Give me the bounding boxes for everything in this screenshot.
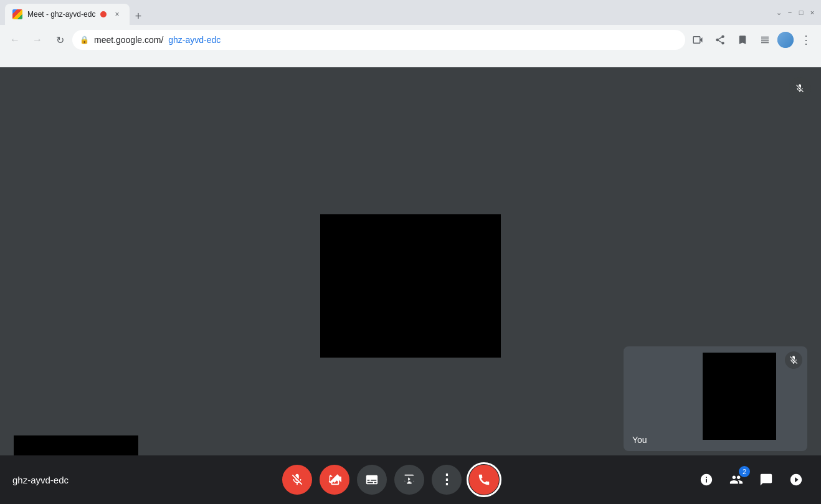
- close-button[interactable]: ×: [807, 7, 817, 17]
- top-mute-indicator: [789, 77, 811, 100]
- activities-button[interactable]: [784, 467, 809, 492]
- address-bar-row: ← → ↻ 🔒 meet.google.com/ghz-ayvd-edc ⋮: [0, 25, 821, 55]
- forward-button[interactable]: →: [27, 30, 47, 50]
- url-base: meet.google.com/: [94, 35, 163, 45]
- self-video-feed: [703, 353, 776, 440]
- participant-name-label: [14, 435, 138, 455]
- end-call-button[interactable]: [469, 465, 499, 495]
- meeting-code: ghz-ayvd-edc: [12, 475, 87, 485]
- self-preview-tile: You: [624, 346, 807, 451]
- maximize-button[interactable]: □: [796, 7, 806, 17]
- refresh-button[interactable]: ↻: [50, 30, 70, 50]
- toolbar-right: ⋮: [688, 30, 816, 50]
- chevron-button[interactable]: ⌄: [774, 7, 784, 17]
- camera-toolbar-button[interactable]: [688, 30, 708, 50]
- tabs-area: Meet - ghz-ayvd-edc × +: [5, 0, 816, 25]
- more-options-button[interactable]: ⋮: [432, 465, 462, 495]
- meet-area: You ghz-ayvd-edc: [0, 67, 821, 504]
- title-bar: ⌄ − □ × Meet - ghz-ayvd-edc × +: [0, 0, 821, 25]
- camera-button[interactable]: [320, 465, 349, 495]
- controls-center: ⋮: [87, 465, 694, 495]
- controls-right: 2: [694, 467, 809, 492]
- mute-button[interactable]: [282, 465, 312, 495]
- share-button[interactable]: [710, 30, 730, 50]
- browser-menu-button[interactable]: ⋮: [796, 30, 816, 50]
- minimize-button[interactable]: −: [785, 7, 795, 17]
- info-button[interactable]: [694, 467, 719, 492]
- bookmark-button[interactable]: [733, 30, 752, 50]
- address-bar[interactable]: 🔒 meet.google.com/ghz-ayvd-edc: [72, 30, 685, 50]
- people-count-badge: 2: [739, 466, 750, 477]
- present-button[interactable]: [394, 465, 424, 495]
- url-path: ghz-ayvd-edc: [168, 35, 221, 45]
- tab-title: Meet - ghz-ayvd-edc: [27, 10, 95, 19]
- back-button[interactable]: ←: [5, 30, 25, 50]
- end-call-wrapper: [469, 465, 499, 495]
- lock-icon: 🔒: [80, 36, 89, 44]
- tab-close-button[interactable]: ×: [112, 9, 122, 19]
- tab-favicon: [12, 9, 22, 19]
- main-video-feed: [320, 214, 501, 358]
- bottom-bar: ghz-ayvd-edc: [0, 455, 821, 504]
- profile-avatar[interactable]: [777, 32, 794, 48]
- recording-dot: [100, 11, 107, 17]
- browser-chrome: ⌄ − □ × Meet - ghz-ayvd-edc × + ← → ↻ 🔒 …: [0, 0, 821, 67]
- new-tab-button[interactable]: +: [130, 7, 147, 25]
- active-tab[interactable]: Meet - ghz-ayvd-edc ×: [5, 4, 130, 25]
- captions-button[interactable]: [357, 465, 387, 495]
- chat-button[interactable]: [754, 467, 779, 492]
- self-mute-indicator: [785, 351, 802, 369]
- tab-search-button[interactable]: [755, 30, 775, 50]
- people-button[interactable]: 2: [724, 467, 749, 492]
- self-label: You: [632, 435, 647, 445]
